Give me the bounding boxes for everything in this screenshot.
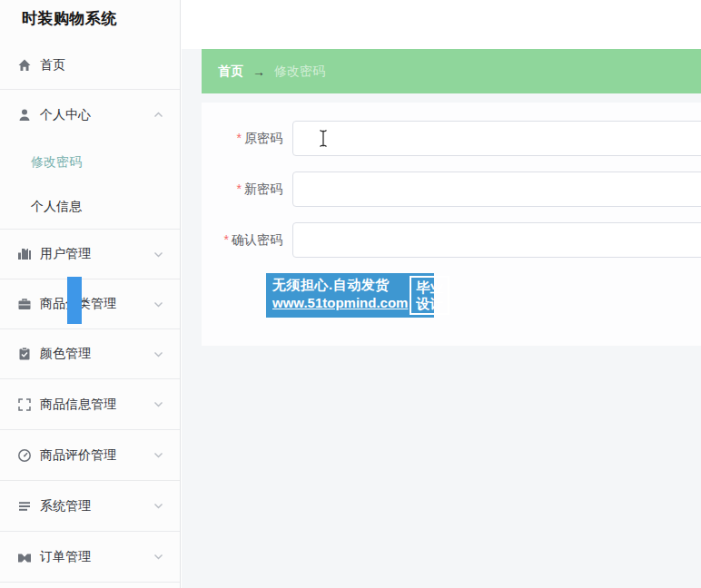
confirm-password-input[interactable] [292, 222, 701, 258]
required-asterisk: * [237, 181, 242, 196]
briefcase-icon [17, 297, 32, 311]
sidebar-item-label: 商品评价管理 [40, 447, 116, 464]
new-password-input[interactable] [292, 172, 701, 207]
form-row-confirm-password: *确认密码 [202, 222, 701, 258]
old-password-input[interactable] [292, 121, 701, 156]
selection-highlight [67, 277, 82, 324]
chevron-up-icon [153, 112, 163, 118]
change-password-form-panel: *原密码 *新密码 *确认密码 无须担心.自动发货 www.51to [202, 103, 701, 346]
sidebar-item-label: 系统管理 [40, 498, 91, 514]
chevron-down-icon [153, 251, 163, 258]
sidebar-item-user-management[interactable]: 用户管理 [0, 230, 180, 279]
sidebar-item-order-management[interactable]: 订单管理 [0, 532, 180, 583]
sidebar-item-label: 颜色管理 [40, 346, 91, 362]
sidebar-item-system-management[interactable]: 系统管理 [0, 481, 180, 532]
breadcrumb: 首页 → 修改密码 [202, 49, 701, 93]
chevron-down-icon [153, 401, 163, 407]
watermark-line1: 无须担心.自动发货 [272, 276, 408, 294]
breadcrumb-arrow-icon: → [252, 64, 265, 79]
new-password-input-wrap [292, 172, 701, 207]
form-row-new-password: *新密码 [202, 172, 701, 207]
field-label-new-password: *新密码 [202, 181, 282, 198]
sidebar-submenu-profile: 修改密码 个人信息 [0, 140, 180, 230]
chevron-down-icon [153, 503, 163, 509]
field-label-confirm-password: *确认密码 [202, 232, 282, 249]
sidebar-item-color-management[interactable]: 颜色管理 [0, 329, 180, 379]
watermark-tag-line2: 设计 [416, 296, 443, 312]
breadcrumb-home-link[interactable]: 首页 [218, 64, 243, 80]
text-cursor-icon [318, 129, 329, 148]
form-row-old-password: *原密码 [202, 121, 701, 156]
user-icon [17, 108, 32, 122]
chevron-down-icon [153, 452, 163, 458]
sidebar-subitem-personal-info[interactable]: 个人信息 [0, 185, 180, 229]
chart-bars-icon [17, 247, 32, 261]
app-title: 时装购物系统 [0, 0, 180, 41]
clipboard-check-icon [17, 347, 32, 361]
sidebar-subitem-change-password[interactable]: 修改密码 [0, 140, 180, 185]
watermark-tag: 毕业 设计 [410, 276, 449, 315]
bowtie-icon [17, 550, 32, 564]
sidebar-item-label: 订单管理 [40, 549, 91, 565]
corner-brackets-icon [17, 397, 32, 412]
old-password-input-wrap [292, 121, 701, 156]
breadcrumb-current: 修改密码 [274, 64, 325, 80]
watermark-url: www.51topmind.com [272, 294, 408, 312]
sidebar-item-profile-center[interactable]: 个人中心 [0, 90, 180, 140]
top-navbar [182, 0, 701, 49]
sidebar-item-label: 个人中心 [40, 107, 91, 123]
watermark-text: 无须担心.自动发货 www.51topmind.com [266, 273, 408, 318]
sidebar-item-label: 商品信息管理 [40, 397, 116, 413]
sidebar: 时装购物系统 首页 个人中心 修改密码 个人信息 用户管理 [0, 0, 181, 588]
confirm-password-input-wrap [292, 222, 701, 258]
chevron-down-icon [153, 554, 163, 560]
main-content: 首页 → 修改密码 *原密码 *新密码 *确认密码 [182, 49, 701, 588]
chevron-down-icon [153, 351, 163, 358]
required-asterisk: * [237, 131, 242, 145]
chevron-down-icon [153, 301, 163, 308]
sidebar-item-home[interactable]: 首页 [0, 41, 180, 90]
home-icon [17, 58, 32, 73]
sidebar-item-review-management[interactable]: 商品评价管理 [0, 430, 180, 481]
sidebar-item-label: 用户管理 [40, 246, 91, 262]
watermark-tag-line1: 毕业 [416, 279, 443, 296]
gauge-icon [17, 448, 32, 463]
menu-lines-icon [17, 499, 32, 514]
field-label-old-password: *原密码 [202, 131, 282, 147]
sidebar-item-product-info-management[interactable]: 商品信息管理 [0, 379, 180, 430]
required-asterisk: * [224, 232, 229, 247]
watermark-badge: 无须担心.自动发货 www.51topmind.com 毕业 设计 [266, 273, 434, 318]
sidebar-item-label: 首页 [40, 57, 65, 74]
sidebar-item-category-management[interactable]: 商品分类管理 [0, 279, 180, 329]
